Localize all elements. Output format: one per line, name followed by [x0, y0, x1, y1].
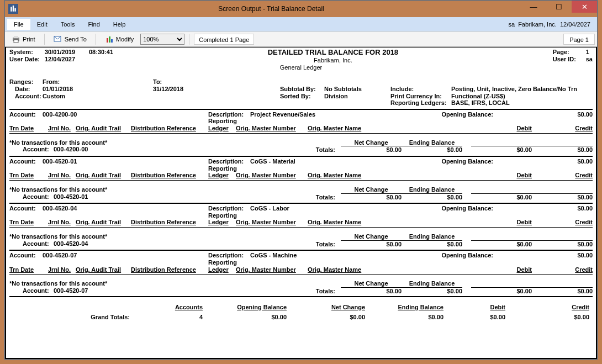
lbl-account: Account: — [9, 111, 43, 118]
print-button[interactable]: Print — [7, 33, 40, 45]
menubar: File Edit Tools Find Help sa Fabrikam, I… — [5, 17, 597, 31]
lbl-ending-balance: Ending Balance — [402, 280, 462, 287]
lbl-reporting: Reporting — [208, 165, 396, 172]
col-credit: Credit — [532, 125, 593, 132]
val-opening-balance: $0.00 — [526, 205, 593, 212]
menu-file[interactable]: File — [7, 19, 30, 30]
modify-button[interactable]: Modify — [101, 33, 138, 45]
minimize-button[interactable]: — — [521, 1, 546, 13]
lbl-account: Account: — [9, 205, 43, 212]
lbl-subtotal: Subtotal By: — [280, 86, 324, 93]
lbl-net-change: Net Change — [341, 186, 402, 193]
lbl-reporting: Reporting — [208, 118, 396, 125]
report-viewport[interactable]: System: 30/01/2019 08:30:41 User Date: 1… — [5, 47, 597, 359]
col-audit: Orig. Audit Trail — [76, 219, 131, 226]
close-button[interactable]: ✕ — [572, 1, 597, 13]
val-ending-balance: $0.00 — [402, 287, 462, 295]
val-date-from: 01/01/2018 — [43, 86, 73, 93]
lbl-description: Description: — [208, 111, 250, 118]
lbl-ending-balance: Ending Balance — [402, 139, 462, 146]
sendto-button[interactable]: Send To — [49, 33, 91, 45]
val-net-change: $0.00 — [341, 240, 402, 248]
val-account-sub: 000-4520-07 — [54, 287, 88, 294]
no-transactions-msg: *No transactions for this account* — [9, 233, 308, 240]
col-master-name: Orig. Master Name — [308, 266, 390, 273]
col-debit: Debit — [471, 219, 532, 226]
lbl-userdate: User Date: — [9, 56, 45, 63]
val-userid: sa — [586, 56, 593, 63]
gt-credit: $0.00 — [509, 313, 592, 322]
account-block: Account: 000-4520-07 Description: CoGS -… — [9, 250, 593, 294]
svg-rect-1 — [13, 6, 14, 12]
val-range-account: Custom — [43, 93, 65, 100]
lbl-account: Account: — [9, 158, 43, 165]
col-master-num: Orig. Master Number — [236, 172, 308, 179]
menu-edit[interactable]: Edit — [30, 19, 54, 30]
val-page: 1 — [586, 49, 589, 56]
val-ending-balance: $0.00 — [402, 193, 462, 201]
val-ending-balance: $0.00 — [402, 240, 462, 248]
lbl-totals: Totals: — [308, 288, 341, 295]
lbl-ranges: Ranges: — [9, 78, 43, 86]
gt-opening: $0.00 — [206, 313, 289, 322]
col-ledger: Ledger — [208, 125, 236, 132]
val-net-change: $0.00 — [341, 146, 402, 154]
ctx-company: Fabrikam, Inc. — [518, 21, 557, 28]
gt-netchange: $0.00 — [290, 313, 367, 322]
lbl-account-sub: Account: — [9, 287, 54, 294]
col-credit: Credit — [532, 266, 593, 273]
col-jrnl: Jrnl No. — [48, 219, 76, 226]
val-opening-balance: $0.00 — [526, 111, 593, 118]
gt-col-accounts: Accounts — [133, 303, 205, 312]
lbl-ending-balance: Ending Balance — [402, 186, 462, 193]
lbl-account-sub: Account: — [9, 146, 54, 153]
lbl-include: Include: — [390, 86, 451, 93]
lbl-range-account: Account: — [9, 93, 43, 100]
col-ledger: Ledger — [208, 172, 236, 179]
gt-col-netchange: Net Change — [290, 303, 367, 312]
val-account-id: 000-4520-01 — [43, 158, 208, 165]
gt-endbal: $0.00 — [368, 313, 446, 322]
menubar-context: sa Fabrikam, Inc. 12/04/2027 — [508, 21, 595, 28]
gt-col-opening: Opening Balance — [206, 303, 289, 312]
col-dist: Distribution Reference — [131, 219, 208, 226]
lbl-reporting: Reporting — [208, 212, 396, 219]
val-account-id: 000-4520-04 — [43, 205, 208, 212]
menu-tools[interactable]: Tools — [54, 19, 82, 30]
val-credit: $0.00 — [532, 146, 593, 154]
lbl-account-sub: Account: — [9, 240, 54, 247]
no-transactions-msg: *No transactions for this account* — [9, 280, 308, 287]
svg-rect-7 — [107, 38, 108, 43]
maximize-button[interactable]: ☐ — [546, 1, 572, 13]
menu-help[interactable]: Help — [107, 19, 133, 30]
lbl-totals: Totals: — [308, 194, 341, 201]
val-system-date: 30/01/2019 — [45, 49, 89, 56]
lbl-opening-balance: Opening Balance: — [394, 158, 526, 165]
gt-accounts: 4 — [133, 313, 205, 322]
menu-find[interactable]: Find — [81, 19, 106, 30]
col-ledger: Ledger — [208, 266, 236, 273]
lbl-totals: Totals: — [308, 146, 341, 154]
val-account-id: 000-4200-00 — [43, 111, 208, 118]
lbl-opening-balance: Opening Balance: — [394, 205, 526, 212]
val-debit: $0.00 — [471, 287, 532, 295]
no-transactions-msg: *No transactions for this account* — [9, 139, 308, 146]
zoom-select[interactable]: 100% — [140, 34, 184, 45]
svg-rect-5 — [14, 40, 18, 43]
val-opening-balance: $0.00 — [526, 252, 593, 259]
val-account-sub: 000-4520-01 — [54, 193, 88, 201]
val-debit: $0.00 — [471, 193, 532, 201]
lbl-currency: Print Currency In: — [390, 93, 451, 100]
svg-rect-2 — [14, 8, 15, 12]
val-subtotal: No Subtotals — [324, 86, 362, 93]
account-block: Account: 000-4520-04 Description: CoGS -… — [9, 203, 593, 247]
col-credit: Credit — [532, 219, 593, 226]
col-master-name: Orig. Master Name — [308, 172, 390, 179]
val-debit: $0.00 — [471, 240, 532, 248]
val-include: Posting, Unit, Inactive, Zero Balance/No… — [451, 86, 577, 93]
col-jrnl: Jrnl No. — [48, 172, 76, 179]
lbl-range-date: Date: — [9, 86, 43, 93]
col-trn-date: Trn Date — [9, 266, 48, 273]
report-window: Screen Output - Trial Balance Detail — ☐… — [4, 0, 598, 360]
val-sorted: Division — [324, 93, 348, 100]
